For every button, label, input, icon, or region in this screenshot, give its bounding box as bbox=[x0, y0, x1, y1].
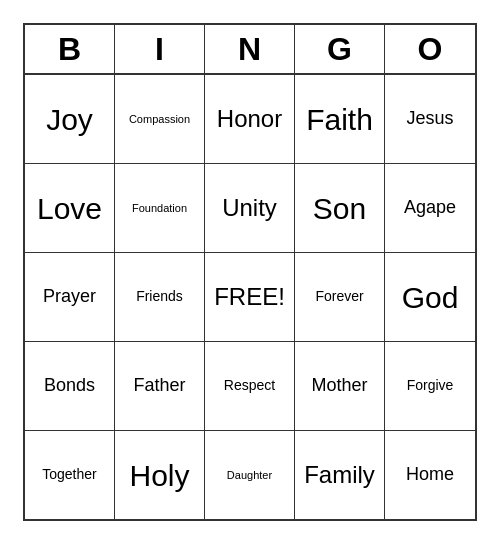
bingo-cell-0-0: Joy bbox=[25, 75, 115, 163]
bingo-cell-4-3: Family bbox=[295, 431, 385, 519]
bingo-cell-4-2: Daughter bbox=[205, 431, 295, 519]
bingo-row-3: BondsFatherRespectMotherForgive bbox=[25, 342, 475, 431]
cell-text-4-3: Family bbox=[304, 462, 375, 488]
bingo-cell-2-4: God bbox=[385, 253, 475, 341]
cell-text-0-2: Honor bbox=[217, 106, 282, 132]
bingo-row-4: TogetherHolyDaughterFamilyHome bbox=[25, 431, 475, 519]
cell-text-0-0: Joy bbox=[46, 103, 93, 136]
bingo-cell-3-4: Forgive bbox=[385, 342, 475, 430]
bingo-cell-0-2: Honor bbox=[205, 75, 295, 163]
cell-text-2-4: God bbox=[402, 281, 459, 314]
bingo-cell-3-2: Respect bbox=[205, 342, 295, 430]
bingo-cell-1-0: Love bbox=[25, 164, 115, 252]
cell-text-4-1: Holy bbox=[129, 459, 189, 492]
bingo-cell-4-0: Together bbox=[25, 431, 115, 519]
cell-text-3-0: Bonds bbox=[44, 376, 95, 396]
bingo-cell-4-1: Holy bbox=[115, 431, 205, 519]
header-letter-O: O bbox=[385, 25, 475, 75]
bingo-cell-1-4: Agape bbox=[385, 164, 475, 252]
cell-text-2-2: FREE! bbox=[214, 284, 285, 310]
bingo-cell-1-2: Unity bbox=[205, 164, 295, 252]
bingo-row-2: PrayerFriendsFREE!ForeverGod bbox=[25, 253, 475, 342]
cell-text-2-3: Forever bbox=[315, 289, 363, 304]
bingo-cell-1-3: Son bbox=[295, 164, 385, 252]
bingo-row-0: JoyCompassionHonorFaithJesus bbox=[25, 75, 475, 164]
bingo-cell-3-3: Mother bbox=[295, 342, 385, 430]
cell-text-0-1: Compassion bbox=[129, 113, 190, 125]
header-letter-I: I bbox=[115, 25, 205, 75]
bingo-cell-2-0: Prayer bbox=[25, 253, 115, 341]
bingo-cell-0-3: Faith bbox=[295, 75, 385, 163]
cell-text-3-1: Father bbox=[133, 376, 185, 396]
cell-text-1-0: Love bbox=[37, 192, 102, 225]
header-letter-N: N bbox=[205, 25, 295, 75]
cell-text-0-4: Jesus bbox=[406, 109, 453, 129]
header-letter-G: G bbox=[295, 25, 385, 75]
cell-text-4-4: Home bbox=[406, 465, 454, 485]
bingo-cell-4-4: Home bbox=[385, 431, 475, 519]
bingo-cell-0-1: Compassion bbox=[115, 75, 205, 163]
cell-text-2-1: Friends bbox=[136, 289, 183, 304]
bingo-cell-2-3: Forever bbox=[295, 253, 385, 341]
cell-text-3-4: Forgive bbox=[407, 378, 454, 393]
bingo-cell-2-1: Friends bbox=[115, 253, 205, 341]
bingo-cell-3-0: Bonds bbox=[25, 342, 115, 430]
bingo-cell-2-2: FREE! bbox=[205, 253, 295, 341]
cell-text-2-0: Prayer bbox=[43, 287, 96, 307]
cell-text-0-3: Faith bbox=[306, 103, 373, 136]
cell-text-3-3: Mother bbox=[311, 376, 367, 396]
cell-text-1-3: Son bbox=[313, 192, 366, 225]
cell-text-3-2: Respect bbox=[224, 378, 275, 393]
bingo-row-1: LoveFoundationUnitySonAgape bbox=[25, 164, 475, 253]
cell-text-1-1: Foundation bbox=[132, 202, 187, 214]
cell-text-4-0: Together bbox=[42, 467, 96, 482]
bingo-header: BINGO bbox=[25, 25, 475, 75]
bingo-cell-3-1: Father bbox=[115, 342, 205, 430]
cell-text-1-4: Agape bbox=[404, 198, 456, 218]
cell-text-1-2: Unity bbox=[222, 195, 277, 221]
bingo-card: BINGO JoyCompassionHonorFaithJesusLoveFo… bbox=[23, 23, 477, 521]
bingo-cell-0-4: Jesus bbox=[385, 75, 475, 163]
bingo-cell-1-1: Foundation bbox=[115, 164, 205, 252]
cell-text-4-2: Daughter bbox=[227, 469, 272, 481]
header-letter-B: B bbox=[25, 25, 115, 75]
